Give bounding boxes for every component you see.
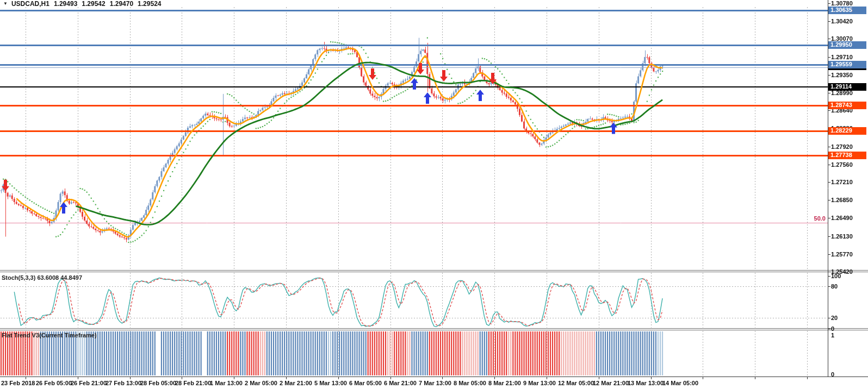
price-level-tag: 1.27738 [828,152,866,159]
chart-title: ▼ USDCAD,H1 1.29493 1.29542 1.29470 1.29… [3,0,162,7]
price-tick-label: 1.29710 [831,54,853,60]
stochastic-label: Stoch(5,3,3) 63.6008 44.8497 [2,274,82,281]
flat-trend-level-label: 1 [831,332,834,338]
time-axis-label: 1 Mar 13:00 [210,380,243,386]
time-axis-label: 13 Mar 13:00 [628,380,664,386]
stoch-level-label: 20 [831,315,838,321]
time-axis-label: 6 Mar 21:00 [384,380,417,386]
time-axis-label: 7 Mar 13:00 [419,380,451,386]
stochastic-value-d: 44.8497 [60,274,82,281]
time-axis-label: 27 Feb 13:00 [106,380,141,386]
flat-trend-label: Flat Trend V3(Current Timeframe) [2,332,97,338]
time-axis-label: 23 Feb 2018 [1,380,35,386]
price-tick-label: 1.30420 [831,18,853,24]
quote-high: 1.29542 [82,0,105,8]
time-axis-label: 28 Feb 05:00 [140,380,176,386]
stochastic-value-k: 63.6008 [37,274,59,281]
quote-close: 1.29524 [138,0,161,8]
price-tick-label: 1.29350 [831,72,853,78]
price-tick-label: 1.26850 [831,197,853,203]
stoch-level-label: 80 [831,283,838,290]
price-level-tag: 1.29950 [828,41,866,49]
price-tick-label: 1.26130 [831,233,853,240]
time-axis-label: 2 Mar 21:00 [280,380,312,386]
time-axis-label: 8 Mar 05:00 [454,380,486,386]
price-tick-label: 1.27920 [831,143,853,150]
quote-low: 1.29470 [110,0,133,8]
chart-canvas[interactable] [0,0,868,389]
price-tick-label: 1.28990 [831,90,853,96]
time-axis-label: 12 Mar 21:00 [593,380,629,386]
price-tick-label: 1.27210 [831,179,853,185]
chart-window: ▼ USDCAD,H1 1.29493 1.29542 1.29470 1.29… [0,0,868,389]
price-level-tag: 1.30635 [828,7,866,14]
time-axis-label: 26 Feb 05:00 [36,380,72,386]
price-level-tag: 1.28743 [828,102,866,109]
price-tick-label: 1.26490 [831,215,853,221]
time-axis-label: 2 Mar 05:00 [245,380,277,386]
price-tick-label: 1.25770 [831,251,853,258]
symbol-period-label: USDCAD,H1 [11,0,49,8]
stoch-level-label: 0 [831,325,834,332]
price-tick-label: 1.27560 [831,161,853,168]
fibonacci-50-label: 50.0 [797,215,826,222]
price-level-tag: 1.28229 [828,127,866,135]
time-axis-label: 5 Mar 13:00 [314,380,347,386]
time-axis-label: 28 Feb 21:00 [175,380,211,386]
time-axis-label: 14 Mar 05:00 [662,380,698,386]
price-level-tag: 1.29559 [828,61,866,68]
flat-trend-level-label: 0 [831,371,834,378]
symbol-dropdown-icon[interactable]: ▼ [3,1,8,6]
price-tick-label: 1.30780 [831,0,853,7]
time-axis-label: 12 Mar 05:00 [558,380,594,386]
time-axis-label: 8 Mar 21:00 [488,380,521,386]
quote-open: 1.29493 [54,0,77,8]
time-axis-label: 6 Mar 05:00 [349,380,382,386]
time-axis-label: 9 Mar 13:00 [523,380,556,386]
time-axis-label: 26 Feb 21:00 [71,380,107,386]
price-level-tag: 1.29114 [828,83,866,91]
stoch-level-label: 100 [831,273,841,279]
